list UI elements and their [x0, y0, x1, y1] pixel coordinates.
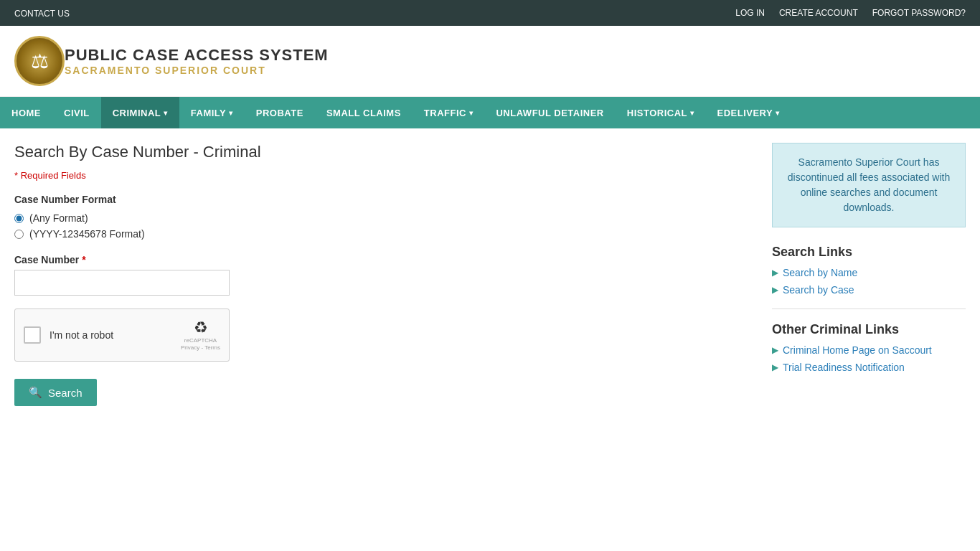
content-area: Search By Case Number - Criminal * Requi…: [14, 143, 750, 406]
nav-criminal[interactable]: CRIMINAL ▾: [101, 97, 179, 128]
radio-yyyy-format-label[interactable]: (YYYY-12345678 Format): [14, 228, 750, 240]
nav-edelivery[interactable]: eDELIVERY ▾: [705, 97, 791, 128]
login-link[interactable]: LOG IN: [735, 8, 765, 18]
criminal-home-link[interactable]: Criminal Home Page on Saccourt: [783, 344, 932, 356]
header: ⚖ PUBLIC CASE ACCESS SYSTEM SACRAMENTO S…: [0, 26, 980, 97]
create-account-link[interactable]: CREATE ACCOUNT: [779, 8, 858, 18]
search-button[interactable]: 🔍 Search: [14, 379, 97, 406]
arrow-icon-4: ▶: [772, 362, 778, 372]
nav-small-claims[interactable]: SMALL CLAIMS: [315, 97, 413, 128]
site-title: PUBLIC CASE ACCESS SYSTEM: [65, 46, 329, 65]
family-dropdown-arrow: ▾: [229, 109, 233, 117]
search-icon: 🔍: [29, 386, 42, 399]
case-number-format-label: Case Number Format: [14, 194, 750, 205]
sidebar-search-by-name[interactable]: ▶ Search by Name: [772, 267, 966, 278]
recaptcha-box[interactable]: I'm not a robot ♻ reCAPTCHA Privacy - Te…: [14, 309, 230, 362]
sidebar-criminal-home[interactable]: ▶ Criminal Home Page on Saccourt: [772, 344, 966, 356]
sidebar-divider: [772, 309, 966, 309]
radio-any-format-label[interactable]: (Any Format): [14, 212, 750, 224]
criminal-dropdown-arrow: ▾: [164, 109, 168, 117]
radio-any-format[interactable]: [14, 214, 24, 223]
traffic-dropdown-arrow: ▾: [469, 109, 473, 117]
arrow-icon-1: ▶: [772, 268, 778, 278]
edelivery-dropdown-arrow: ▾: [776, 109, 780, 117]
sidebar: Sacramento Superior Court has discontinu…: [772, 143, 966, 406]
other-links-title: Other Criminal Links: [772, 322, 966, 337]
required-note: * Required Fields: [14, 170, 750, 181]
contact-us-link[interactable]: CONTACT US: [14, 9, 70, 19]
header-title-block: PUBLIC CASE ACCESS SYSTEM SACRAMENTO SUP…: [65, 46, 329, 76]
main-nav: HOME CIVIL CRIMINAL ▾ FAMILY ▾ PROBATE S…: [0, 97, 980, 128]
nav-probate[interactable]: PROBATE: [245, 97, 315, 128]
sidebar-info-box: Sacramento Superior Court has discontinu…: [772, 143, 966, 227]
nav-family[interactable]: FAMILY ▾: [179, 97, 245, 128]
forgot-password-link[interactable]: FORGOT PASSWORD?: [872, 8, 966, 18]
radio-any-format-text: (Any Format): [29, 212, 88, 224]
radio-yyyy-format[interactable]: [14, 230, 24, 239]
nav-unlawful-detainer[interactable]: UNLAWFUL DETAINER: [484, 97, 615, 128]
search-by-case-link[interactable]: Search by Case: [783, 284, 854, 296]
sidebar-trial-readiness[interactable]: ▶ Trial Readiness Notification: [772, 362, 966, 373]
arrow-icon-2: ▶: [772, 285, 778, 295]
court-logo: ⚖: [14, 36, 65, 86]
main-container: Search By Case Number - Criminal * Requi…: [0, 128, 980, 420]
historical-dropdown-arrow: ▾: [690, 109, 694, 117]
recaptcha-subtext: Privacy - Terms: [181, 344, 220, 352]
required-star: *: [82, 254, 85, 265]
nav-civil[interactable]: CIVIL: [52, 97, 101, 128]
recaptcha-logo: ♻ reCAPTCHA Privacy - Terms: [181, 319, 220, 351]
search-button-label: Search: [48, 387, 83, 399]
recaptcha-checkbox[interactable]: [24, 326, 41, 344]
case-number-format-group: (Any Format) (YYYY-12345678 Format): [14, 212, 750, 240]
nav-home[interactable]: HOME: [0, 97, 52, 128]
trial-readiness-link[interactable]: Trial Readiness Notification: [783, 362, 905, 373]
sidebar-info-text: Sacramento Superior Court has discontinu…: [788, 156, 950, 213]
site-subtitle: SACRAMENTO SUPERIOR COURT: [65, 65, 329, 76]
search-by-name-link[interactable]: Search by Name: [783, 267, 857, 278]
recaptcha-label: I'm not a robot: [50, 329, 175, 341]
case-number-field-label: Case Number *: [14, 254, 750, 265]
nav-traffic[interactable]: TRAFFIC ▾: [413, 97, 485, 128]
search-links-title: Search Links: [772, 245, 966, 260]
top-bar: CONTACT US LOG IN CREATE ACCOUNT FORGOT …: [0, 0, 980, 26]
radio-yyyy-format-text: (YYYY-12345678 Format): [29, 228, 145, 240]
sidebar-search-by-case[interactable]: ▶ Search by Case: [772, 284, 966, 296]
page-title: Search By Case Number - Criminal: [14, 143, 750, 161]
case-number-input[interactable]: [14, 270, 230, 296]
nav-historical[interactable]: HISTORICAL ▾: [616, 97, 706, 128]
recaptcha-brand: reCAPTCHA: [184, 337, 217, 344]
recaptcha-icon: ♻: [194, 319, 208, 337]
arrow-icon-3: ▶: [772, 345, 778, 355]
